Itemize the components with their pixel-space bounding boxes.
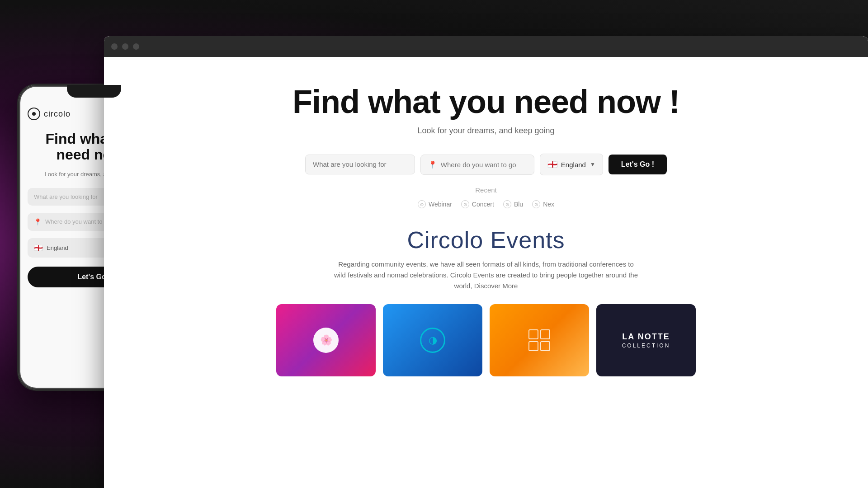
browser-close-button[interactable] (111, 43, 118, 50)
recent-section: Recent ⊙ Webinar ⊙ Concert ⊙ Blu ⊙ Nex (305, 186, 667, 208)
grid-cell (540, 329, 550, 339)
location-input[interactable] (441, 161, 527, 169)
card-overlay: ◑ (383, 304, 482, 376)
search-input[interactable] (313, 160, 407, 168)
recent-tag-webinar[interactable]: ⊙ Webinar (418, 200, 452, 208)
phone-notch (67, 85, 121, 98)
recent-tag-blu[interactable]: ⊙ Blu (503, 200, 523, 208)
flag-icon: 🏴󠁧󠁢󠁥󠁮󠁧󠁿 (547, 160, 557, 169)
card4-subtitle: COLLECTION (622, 343, 670, 349)
logo-dot (32, 112, 36, 116)
recent-tag-icon: ⊙ (461, 200, 469, 208)
main-subheadline: Look for your dreams, and keep going (417, 126, 554, 136)
browser-content: Find what you need now ! Look for your d… (104, 57, 868, 488)
recent-tag-label: Webinar (429, 201, 452, 208)
search-input-wrap[interactable] (305, 155, 415, 174)
recent-tag-label: Nex (543, 201, 554, 208)
country-name: England (561, 161, 586, 169)
circolo-logo-icon (28, 108, 40, 120)
location-input-wrap[interactable]: 📍 (420, 155, 534, 175)
grid-icon (528, 329, 550, 351)
recent-tag-label: Blu (514, 201, 523, 208)
card4-title: LA NOTTE (622, 332, 670, 342)
browser-minimize-button[interactable] (133, 43, 139, 50)
event-card-3[interactable] (490, 304, 589, 376)
events-section: Circolo Events Regarding community event… (122, 226, 850, 376)
browser-maximize-button[interactable] (122, 43, 128, 50)
chevron-down-icon: ▼ (590, 161, 595, 168)
events-desc: Regarding community events, we have all … (332, 259, 640, 291)
browser-toolbar (104, 36, 868, 57)
flower-icon: 🌸 (313, 328, 339, 353)
recent-tag-icon: ⊙ (532, 200, 540, 208)
event-card-2[interactable]: ◑ (383, 304, 482, 376)
recent-tags: ⊙ Webinar ⊙ Concert ⊙ Blu ⊙ Nex (418, 200, 554, 208)
location-icon: 📍 (34, 218, 42, 225)
main-headline: Find what you need now ! (292, 84, 679, 120)
events-title: Circolo Events (122, 226, 850, 253)
card4-text: LA NOTTE COLLECTION (622, 332, 670, 349)
grid-cell (540, 341, 550, 351)
recent-tag-concert[interactable]: ⊙ Concert (461, 200, 494, 208)
event-card-4[interactable]: LA NOTTE COLLECTION (596, 304, 696, 376)
card-overlay: LA NOTTE COLLECTION (596, 304, 696, 376)
card-overlay (490, 304, 589, 376)
card-overlay: 🌸 (276, 304, 376, 376)
event-card-1[interactable]: 🌸 (276, 304, 376, 376)
phone-logo: circolo (28, 108, 71, 120)
recent-label: Recent (475, 186, 497, 194)
browser-window: Find what you need now ! Look for your d… (104, 36, 868, 488)
grid-cell (528, 329, 538, 339)
recent-tag-icon: ⊙ (503, 200, 511, 208)
phone-location-placeholder: Where do you want to go (45, 218, 111, 225)
lets-go-button[interactable]: Let's Go ! (609, 155, 667, 174)
recent-tag-icon: ⊙ (418, 200, 426, 208)
phone-flag-icon: 🏴󠁧󠁢󠁥󠁮󠁧󠁿 (34, 244, 43, 252)
phone-logo-text: circolo (44, 109, 71, 119)
event-cards: 🌸 ◑ (122, 304, 850, 376)
grid-cell (528, 341, 538, 351)
clock-icon: ◑ (420, 328, 445, 353)
recent-tag-label: Concert (472, 201, 494, 208)
phone-search-placeholder: What are you looking for (34, 193, 98, 200)
search-bar: 📍 🏴󠁧󠁢󠁥󠁮󠁧󠁿 England ▼ Let's Go ! (305, 154, 667, 175)
country-select[interactable]: 🏴󠁧󠁢󠁥󠁮󠁧󠁿 England ▼ (540, 154, 603, 175)
recent-tag-nex[interactable]: ⊙ Nex (532, 200, 554, 208)
location-pin-icon: 📍 (428, 160, 437, 169)
